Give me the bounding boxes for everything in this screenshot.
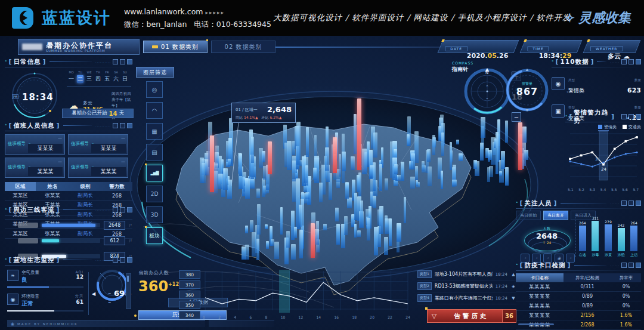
map-bar: [251, 137, 254, 163]
panel-eco-monitor: °[蓝地生态监控]·········· ❧ AQI12 空气质量 良 ◉ 分贝6…: [5, 255, 132, 322]
checkpoint-header: 卡口名称 异常/已检测 异常率: [516, 273, 641, 282]
map-bar: [524, 150, 528, 160]
trend-x-tick: 5.5: [611, 187, 617, 192]
compass-label-en: COMPASS: [452, 61, 473, 65]
gauge-prev-arrow[interactable]: ◀: [92, 291, 95, 297]
panel-control-icons[interactable]: [621, 263, 641, 268]
map-bar: [323, 224, 327, 230]
eco-slider[interactable]: [126, 273, 131, 309]
checkpoint-tab-name[interactable]: 卡口名称: [516, 273, 564, 282]
tab-data-category-1[interactable]: 01 数据类别: [143, 41, 208, 53]
building-icon[interactable]: ▤: [146, 144, 163, 161]
panel-duty-staff: °[值班人员信息]·········· 值班领导 »—某某某值班领导 »—某某某…: [5, 121, 132, 205]
office-x-tick: 8: [265, 315, 268, 319]
pin-icon[interactable]: ◎: [146, 81, 163, 98]
duty-col-header[interactable]: 警力数: [101, 183, 132, 190]
duty-leader-card[interactable]: 值班领导 »—某某某: [5, 134, 65, 155]
duty-leader-cards: 值班领导 »—某某某值班领导 »—某某某值班领导 »—某某某值班领导 »—某某某: [5, 134, 132, 178]
map-bar: [373, 162, 376, 191]
weekday-cell[interactable]: TU二: [77, 70, 83, 83]
checkpoint-row[interactable]: 某某某某0/890%: [516, 301, 641, 311]
tab-data-category-2[interactable]: 02 数据类别: [211, 41, 275, 53]
duty-col-header[interactable]: 姓名: [36, 183, 69, 190]
panel-control-icons[interactable]: [621, 114, 641, 119]
panel-control-icons[interactable]: [113, 207, 132, 212]
mode-3d[interactable]: 3D: [146, 206, 163, 223]
panel-control-icons[interactable]: [113, 257, 132, 263]
panel-control-icons[interactable]: [621, 201, 641, 206]
mode-block[interactable]: 板块: [146, 227, 163, 244]
map-bar: [294, 227, 297, 238]
grid-icon[interactable]: ▦: [146, 123, 163, 140]
office-count-value: 360: [138, 278, 168, 295]
map-bar: [347, 198, 352, 208]
panel-control-icons[interactable]: [113, 123, 132, 128]
weekday-cell[interactable]: MO一: [68, 70, 75, 83]
panel-checkpoint: °[防疫卡口检测]······ 卡口名称 异常/已检测 异常率 某某某某0/31…: [516, 261, 641, 326]
duty-table-row[interactable]: 某某区张某某副局长268: [5, 191, 132, 201]
map-bar: [450, 142, 452, 170]
office-y-tick: 370: [179, 280, 200, 289]
weekday-cell[interactable]: SU日: [122, 70, 128, 83]
alert-history-count: 36: [502, 310, 516, 322]
website-link[interactable]: www.lanlanwork.com: [124, 7, 203, 16]
alert-direction-icon: ▲: [510, 272, 516, 277]
bus-icon: ▣: [552, 104, 565, 118]
alert-time: 18:24: [496, 272, 507, 277]
duty-leader-card[interactable]: 值班领导 »—某某某: [5, 158, 65, 178]
focus-bar: 264上访: [630, 221, 637, 257]
focus-bar: 242涉恐: [618, 223, 625, 257]
focus-tab[interactable]: 当日抓拍: [516, 211, 541, 220]
office-x-tick: 22: [388, 315, 392, 319]
weekday-cell[interactable]: SA六: [113, 70, 119, 83]
weekday-cell[interactable]: TH四: [95, 70, 101, 83]
alert-row[interactable]: 类型2RD13-53烟感报警疑似火灾17:24◈: [417, 280, 516, 292]
checkpoint-row[interactable]: 某某某某2/1561.6%: [516, 311, 641, 320]
trend-x-tick: 5.4: [600, 187, 606, 192]
map-bar: [239, 153, 242, 176]
alert-direction-icon: ▼: [510, 296, 516, 301]
tab-tick-icon: [152, 45, 158, 48]
weekday-cell[interactable]: WE三: [86, 70, 92, 83]
checkpoint-row[interactable]: 某某某某0/3110%: [516, 282, 641, 292]
inspiration-collect[interactable]: ✧ 灵感收集: [565, 0, 631, 36]
mode-2d[interactable]: 2D: [146, 186, 163, 202]
map-bar: [432, 135, 435, 155]
map-bar: [354, 224, 357, 238]
weekday-row: MO一TU二WE三TH四FR五SA六SU日: [68, 70, 128, 83]
svg-text:⌄: ⌄: [485, 95, 489, 100]
checkpoint-row[interactable]: 某某某某0/890%: [516, 292, 641, 301]
lunar-line: 闰四月初四: [112, 91, 132, 97]
map-bar: [404, 197, 406, 223]
trend-x-tick: 5.7: [633, 187, 639, 192]
map-bar: [452, 180, 457, 186]
radar-icon[interactable]: ◠: [146, 102, 163, 119]
building-icon: ▤: [151, 149, 157, 156]
focus-tab[interactable]: 当日离开: [543, 211, 568, 220]
topbar-divider: [275, 47, 460, 48]
trend-x-tick: 5.3: [589, 187, 595, 192]
duty-cell: 张某某: [36, 192, 69, 199]
office-x-tick: 16: [334, 315, 339, 319]
weekday-cell[interactable]: FR五: [104, 70, 110, 83]
panel-control-icons[interactable]: [621, 59, 641, 64]
panel-control-icons[interactable]: [113, 59, 132, 64]
alert-row[interactable]: 类型4某路口有小汽车连闯三个红灯18:24▼: [417, 292, 516, 304]
alert-row[interactable]: 类型1湿地3-104片区有不明人员闯入18:24▲: [417, 269, 516, 280]
map-bar: [256, 189, 260, 198]
duty-col-header[interactable]: 级别: [69, 183, 101, 190]
duty-col-header[interactable]: 区域: [5, 182, 36, 191]
trend-x-labels: 5.15.25.35.45.55.65.7: [565, 187, 641, 192]
duty-leader-card[interactable]: 值班领导 »—某某某: [68, 158, 128, 178]
office-x-tick: 10: [281, 315, 286, 319]
map-bar: [250, 220, 253, 232]
panel-focus-persons: °[关注人员]······ 当日抓拍当日离开当日进入 人数 2648 ↑ 24 …: [516, 199, 641, 258]
duty-leader-card[interactable]: 值班领导 »—某某某: [68, 134, 128, 155]
map-bar: [314, 229, 319, 245]
checkpoint-scrollbar[interactable]: [518, 323, 554, 325]
checkpoint-row[interactable]: 某某某某2/2681.6%: [516, 320, 641, 330]
bar-chart-icon[interactable]: ▂▅▇: [146, 165, 163, 181]
alarm-icon: ◉: [552, 77, 565, 90]
noise-metric: ◉ 分贝61 环境噪音 正常: [7, 294, 83, 312]
alert-history-banner[interactable]: ▽ 告警历史 36: [427, 309, 516, 323]
